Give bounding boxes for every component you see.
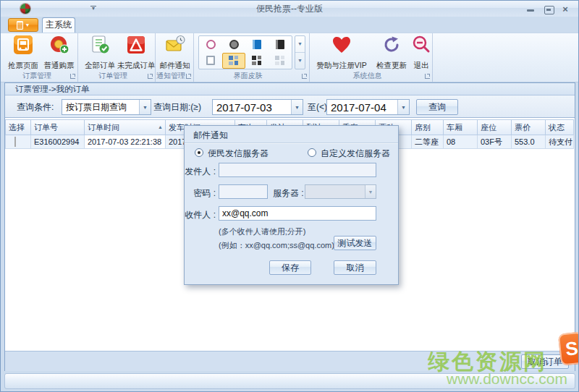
skin-gray-grid-icon [275,56,285,66]
col-order-no[interactable]: 订单号 [31,119,85,135]
bottom-panel: 取消订单 [5,351,575,371]
cell-seat: 03F号 [478,135,512,149]
col-order-time[interactable]: 订单时间▲ [85,119,166,135]
sort-ascending-icon: ▲ [158,120,163,135]
breadcrumb: 订票管理->我的订单 [5,83,575,95]
grab-ticket-page-button[interactable]: 抢票页面 [6,35,41,71]
ribbon-group-skins: ▼ ▼ 界面皮肤 [194,33,310,82]
close-button[interactable]: × [558,4,572,14]
skin-dark-grid-icon [252,56,262,66]
dialog-launcher-icon[interactable] [148,74,153,79]
password-label: 密码 : [185,187,216,200]
all-orders-button[interactable]: 全部订单 [83,35,117,71]
gallery-scroll-down-icon[interactable]: ▼ [295,36,305,52]
minimize-button[interactable] [523,4,538,14]
app-window: ▾ 便民抢票--专业版 × ▼ 主系统 抢票页面 [0,0,579,392]
normal-purchase-button[interactable]: 普通购票 [41,35,77,71]
skin-black-door-icon [276,40,284,49]
skin-option-4[interactable] [269,36,292,53]
condition-label: 查询条件: [17,101,54,114]
cell-order-no: E316002994 [31,135,85,149]
skin-option-6-selected[interactable] [222,53,245,69]
skin-gallery [198,35,292,69]
condition-combo[interactable]: 按订票日期查询 ▼ [62,99,151,115]
cell-order-time: 2017-07-03 22:21:38 [85,135,166,149]
col-price[interactable]: 票价 [512,119,546,135]
heart-icon [331,35,352,55]
radio-builtin-label: 便民发信服务器 [208,148,269,160]
col-status[interactable]: 状态 [546,119,574,135]
ribbon-group-order-mgmt: 全部订单 未完成订单 订单管理 [78,33,156,82]
chevron-down-icon[interactable]: ▼ [291,100,303,114]
skin-option-1[interactable] [199,36,222,53]
ribbon-group-ticket-mgmt: 抢票页面 普通购票 订票管理 [4,33,78,82]
password-input[interactable] [219,184,268,199]
check-update-button[interactable]: 检查更新 [373,35,410,71]
hint-multiple-recipients: (多个收件人请使用;分开) [219,226,305,237]
query-bar: 查询条件: 按订票日期查询 ▼ 查询日期:(≥) 2017-07-03 ▼ 至(… [5,95,575,118]
email-notify-dialog: 邮件通知 便民发信服务器 自定义发信服务器 发件人 : 密码 : 服务器 : ▼… [184,125,399,285]
title-bar: ▾ 便民抢票--专业版 × [1,1,578,17]
recipient-label: 收件人 : [185,209,216,221]
sender-input[interactable] [219,163,376,177]
app-menu-icon [17,21,23,30]
sender-label: 发件人 : [185,166,216,178]
gallery-dropdown-icon[interactable]: ▼ [295,52,305,69]
skin-option-3[interactable] [245,36,269,53]
skin-option-2[interactable] [222,36,245,53]
application-menu-button[interactable]: ▼ [8,18,38,32]
divider [185,142,398,143]
tab-main-system[interactable]: 主系统 [42,17,75,33]
chevron-down-icon: ▼ [25,22,30,27]
grab-ticket-icon [13,35,33,55]
email-notify-icon [165,35,185,55]
col-carriage[interactable]: 车厢 [444,119,478,135]
server-select[interactable]: ▼ [305,184,376,199]
save-button[interactable]: 保存 [269,260,311,275]
unfinished-orders-button[interactable]: 未完成订单 [117,35,155,71]
col-seat[interactable]: 座位 [478,119,512,135]
skin-option-8[interactable] [269,53,292,69]
dialog-launcher-icon[interactable] [425,74,430,79]
ribbon: 抢票页面 普通购票 订票管理 [1,33,578,82]
date-from-picker[interactable]: 2017-07-03 ▼ [212,99,303,115]
refresh-icon [381,35,402,55]
skin-option-5[interactable] [199,53,222,69]
col-select[interactable]: 选择 [5,119,31,135]
test-send-button[interactable]: 测试发送 [334,236,376,250]
search-button[interactable]: 查询 [416,99,458,115]
cell-seat-class: 二等座 [412,135,444,149]
chevron-down-icon[interactable]: ▼ [139,100,151,114]
downcc-logo-badge: S [558,331,579,365]
status-bar [4,373,575,389]
skin-option-7[interactable] [245,53,269,69]
email-notify-button[interactable]: 邮件通知 [157,35,193,71]
chevron-down-icon: ▼ [365,185,376,198]
radio-custom-label: 自定义发信服务器 [321,148,390,160]
dialog-launcher-icon[interactable] [302,74,307,79]
unfinished-orders-icon [126,35,146,55]
to-label: 至(<) [308,101,327,114]
col-seat-class[interactable]: 席别 [412,119,444,135]
ribbon-tab-row: ▼ 主系统 [1,17,578,33]
recipient-input[interactable] [219,206,376,221]
skin-blue-grid-icon [229,56,239,66]
skin-pink-circle-icon [206,40,216,49]
dialog-cancel-button[interactable]: 取消 [334,260,376,275]
row-checkbox[interactable] [14,137,16,147]
sponsor-vip-button[interactable]: 赞助与注册VIP [313,35,371,71]
maximize-button[interactable] [541,4,556,14]
ribbon-group-system-info: 赞助与注册VIP 检查更新 退出 系统信息 [310,33,433,82]
skin-light-door-icon [206,56,215,65]
radio-builtin-server[interactable] [195,148,203,157]
chevron-down-icon[interactable]: ▼ [397,100,409,114]
radio-custom-server[interactable] [308,148,316,157]
window-title: 便民抢票--专业版 [1,3,578,15]
server-label: 服务器 : [273,187,302,200]
date-to-picker[interactable]: 2017-07-04 ▼ [326,99,410,115]
date-label: 查询日期:(≥) [153,101,201,114]
exit-button[interactable]: 退出 [411,35,431,71]
dialog-launcher-icon[interactable] [186,74,191,79]
dialog-launcher-icon[interactable] [70,74,75,79]
cell-price: 553.0 [512,135,546,149]
